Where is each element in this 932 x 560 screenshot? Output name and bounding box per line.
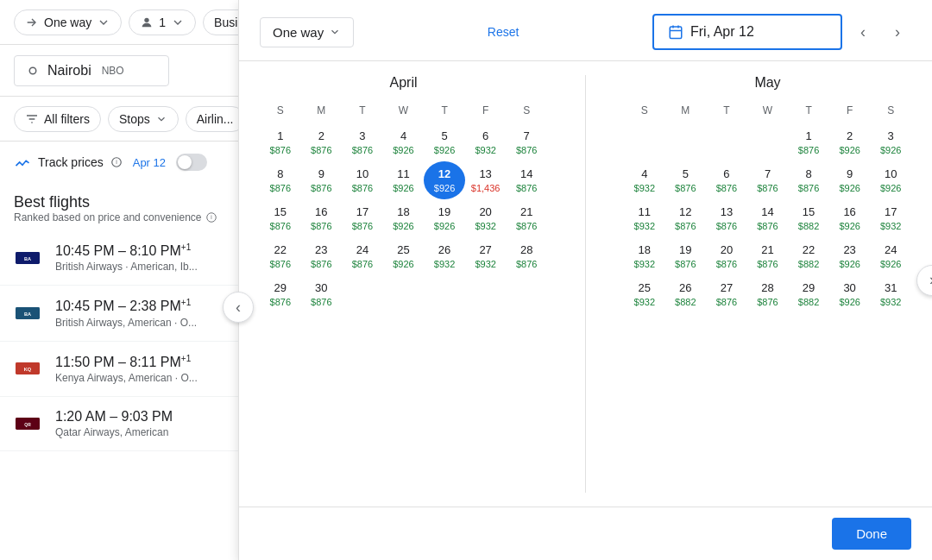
apr-23[interactable]: 23$876 xyxy=(301,237,343,275)
apr-2[interactable]: 2$876 xyxy=(301,123,343,161)
calendar-prev-button[interactable]: ‹ xyxy=(223,292,254,323)
apr-21[interactable]: 21$876 xyxy=(506,199,547,237)
may-29[interactable]: 29$882 xyxy=(788,275,829,313)
date-next-button[interactable]: › xyxy=(884,18,911,46)
apr-10[interactable]: 10$876 xyxy=(342,161,383,199)
track-toggle[interactable] xyxy=(176,154,207,171)
apr-13[interactable]: 13$1,436 xyxy=(465,161,507,199)
apr-6[interactable]: 6$932 xyxy=(465,123,507,161)
apr-20[interactable]: 20$932 xyxy=(465,199,507,237)
flight-airlines-1: British Airways · American, Ib... xyxy=(55,261,198,273)
apr-4[interactable]: 4$926 xyxy=(383,123,425,161)
may-1[interactable]: 1$876 xyxy=(788,123,829,161)
may-30[interactable]: 30$926 xyxy=(829,275,871,313)
apr-11[interactable]: 11$926 xyxy=(383,161,425,199)
may-11[interactable]: 11$932 xyxy=(624,199,665,237)
passengers-button[interactable]: 1 xyxy=(129,9,196,35)
may-14[interactable]: 14$876 xyxy=(747,199,789,237)
origin-code: NBO xyxy=(102,65,124,77)
may-17[interactable]: 17$932 xyxy=(870,199,911,237)
date-prev-button[interactable]: ‹ xyxy=(849,18,877,46)
may-15[interactable]: 15$882 xyxy=(788,199,829,237)
may-8[interactable]: 8$876 xyxy=(788,161,829,199)
all-filters-button[interactable]: All filters xyxy=(14,106,101,132)
apr-16[interactable]: 16$876 xyxy=(301,199,343,237)
may-dow-w1: W xyxy=(747,101,789,123)
may-dow-t2: T xyxy=(788,101,829,123)
may-26[interactable]: 26$882 xyxy=(665,275,707,313)
apr-18[interactable]: 18$926 xyxy=(383,199,425,237)
apr-17[interactable]: 17$876 xyxy=(342,199,383,237)
done-button[interactable]: Done xyxy=(832,518,911,550)
filter-icon xyxy=(25,112,39,126)
may-22[interactable]: 22$882 xyxy=(788,237,829,275)
may-24[interactable]: 24$926 xyxy=(870,237,911,275)
selected-date-label: Fri, Apr 12 xyxy=(690,24,754,40)
dow-w1: W xyxy=(383,101,425,123)
may-28[interactable]: 28$876 xyxy=(747,275,789,313)
april-title: April xyxy=(260,75,547,91)
may-31[interactable]: 31$932 xyxy=(870,275,911,313)
may-10[interactable]: 10$926 xyxy=(870,161,911,199)
may-12[interactable]: 12$876 xyxy=(665,199,707,237)
apr-12[interactable]: 12$926 xyxy=(424,161,465,199)
may-25[interactable]: 25$932 xyxy=(624,275,665,313)
airlines-button[interactable]: Airlin... xyxy=(186,106,245,132)
apr-3[interactable]: 3$876 xyxy=(342,123,383,161)
apr-24[interactable]: 24$876 xyxy=(342,237,383,275)
apr-9[interactable]: 9$876 xyxy=(301,161,343,199)
apr-19[interactable]: 19$926 xyxy=(424,199,465,237)
origin-field[interactable]: Nairobi NBO xyxy=(14,55,169,86)
flight-times-1: 10:45 PM – 8:10 PM+1 xyxy=(55,242,198,259)
may-dow-s2: S xyxy=(870,101,911,123)
may-5[interactable]: 5$876 xyxy=(665,161,707,199)
apr-26[interactable]: 26$932 xyxy=(424,237,465,275)
svg-text:i: i xyxy=(116,159,117,165)
may-23[interactable]: 23$926 xyxy=(829,237,871,275)
apr-empty-2 xyxy=(383,275,425,313)
flight-airlines-2: British Airways, American · O... xyxy=(55,317,197,329)
oneway-button[interactable]: One way xyxy=(14,9,122,35)
apr-27[interactable]: 27$932 xyxy=(465,237,507,275)
may-9[interactable]: 9$926 xyxy=(829,161,871,199)
dow-s2: S xyxy=(506,101,547,123)
apr-22[interactable]: 22$876 xyxy=(260,237,301,275)
apr-8[interactable]: 8$876 xyxy=(260,161,301,199)
flight-airlines-3: Kenya Airways, American · O... xyxy=(55,372,198,384)
apr-7[interactable]: 7$876 xyxy=(506,123,547,161)
apr-1[interactable]: 1$876 xyxy=(260,123,301,161)
may-19[interactable]: 19$876 xyxy=(665,237,707,275)
apr-28[interactable]: 28$876 xyxy=(506,237,547,275)
may-16[interactable]: 16$926 xyxy=(829,199,871,237)
apr-29[interactable]: 29$876 xyxy=(260,275,301,313)
may-2[interactable]: 2$926 xyxy=(829,123,871,161)
may-4[interactable]: 4$932 xyxy=(624,161,665,199)
may-18[interactable]: 18$932 xyxy=(624,237,665,275)
may-empty-1 xyxy=(624,123,665,161)
may-21[interactable]: 21$876 xyxy=(747,237,789,275)
may-6[interactable]: 6$876 xyxy=(706,161,747,199)
may-3[interactable]: 3$926 xyxy=(870,123,911,161)
stops-button[interactable]: Stops xyxy=(108,106,179,132)
apr-30[interactable]: 30$876 xyxy=(301,275,343,313)
apr-14[interactable]: 14$876 xyxy=(506,161,547,199)
svg-rect-14 xyxy=(670,27,682,39)
may-7[interactable]: 7$876 xyxy=(747,161,789,199)
ba-logo-2: BA xyxy=(16,305,40,322)
apr-5[interactable]: 5$926 xyxy=(424,123,465,161)
may-20[interactable]: 20$876 xyxy=(706,237,747,275)
flight-info-2: 10:45 PM – 2:38 PM+1 British Airways, Am… xyxy=(55,298,197,328)
cal-oneway-selector[interactable]: One way xyxy=(260,17,354,47)
reset-button[interactable]: Reset xyxy=(488,25,520,39)
calendar-overlay: One way Reset Fri, Apr 12 ‹ › April S M … xyxy=(238,0,932,560)
person-icon xyxy=(140,16,154,29)
may-13[interactable]: 13$876 xyxy=(706,199,747,237)
may-calendar: May S M T W T F S 1$876 2$926 3$926 4$93… xyxy=(624,75,911,493)
apr-15[interactable]: 15$876 xyxy=(260,199,301,237)
apr-25[interactable]: 25$926 xyxy=(383,237,425,275)
cal-date-field[interactable]: Fri, Apr 12 xyxy=(652,14,842,50)
airline-logo-2: BA xyxy=(14,299,41,327)
may-27[interactable]: 27$876 xyxy=(706,275,747,313)
flight-info-4: 1:20 AM – 9:03 PM Qatar Airways, America… xyxy=(55,409,173,438)
calendar-divider xyxy=(585,75,586,493)
